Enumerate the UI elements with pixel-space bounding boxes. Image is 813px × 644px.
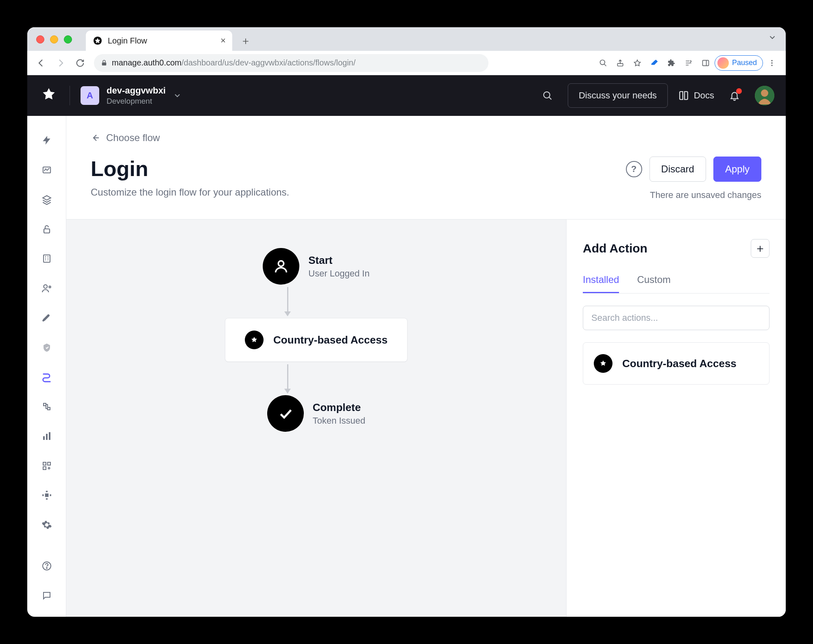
discard-button[interactable]: Discard (650, 157, 706, 182)
tenant-badge: A (81, 86, 99, 105)
svg-point-10 (771, 60, 772, 61)
nav-actions-icon[interactable] (37, 368, 57, 386)
browser-chrome: Login Flow × ＋ manage. (27, 27, 786, 75)
svg-rect-35 (42, 494, 44, 496)
work-area: Start User Logged In Country-based Acces… (66, 219, 786, 617)
arrow-left-icon (91, 133, 100, 143)
svg-point-40 (46, 568, 47, 568)
nav-back-icon[interactable] (33, 55, 49, 71)
nav-security-icon[interactable] (37, 338, 57, 357)
right-panel-title: Add Action (583, 242, 647, 255)
share-icon[interactable] (612, 55, 628, 71)
window-minimize-icon[interactable] (50, 35, 58, 44)
reload-icon[interactable] (72, 55, 88, 71)
url-path: /dashboard/us/dev-aggvwbxi/actions/flows… (181, 58, 355, 67)
url-text: manage.auth0.com/dashboard/us/dev-aggvwb… (112, 58, 355, 67)
search-actions-box[interactable] (583, 306, 769, 330)
breadcrumb-label: Choose flow (106, 132, 160, 144)
nav-feedback-icon[interactable] (37, 586, 57, 605)
profile-label: Paused (732, 59, 757, 67)
nav-users-icon[interactable] (37, 279, 57, 298)
profile-chip[interactable]: Paused (715, 55, 763, 71)
window-maximize-icon[interactable] (64, 35, 72, 44)
flow-action-card[interactable]: Country-based Access (225, 318, 408, 362)
nav-getting-started-icon[interactable] (37, 131, 57, 150)
search-actions-input[interactable] (591, 313, 761, 323)
svg-point-27 (49, 286, 50, 288)
tab-custom[interactable]: Custom (637, 274, 671, 293)
check-icon (267, 395, 304, 432)
user-icon (263, 248, 299, 285)
installed-action-card[interactable]: Country-based Access (583, 342, 769, 385)
window-close-icon[interactable] (36, 35, 44, 44)
chevron-down-icon (173, 91, 182, 100)
flow-connector (287, 287, 288, 315)
nav-monitoring-icon[interactable] (37, 427, 57, 446)
nav-forward-icon[interactable] (52, 55, 69, 71)
nav-settings-icon[interactable] (37, 516, 57, 534)
tenant-switcher[interactable]: A dev-aggvwbxi Development (81, 85, 182, 106)
svg-point-26 (44, 285, 47, 288)
nav-branding-icon[interactable] (37, 309, 57, 327)
nav-extensions-icon[interactable] (37, 486, 57, 505)
docs-link[interactable]: Docs (678, 90, 714, 101)
flow-canvas[interactable]: Start User Logged In Country-based Acces… (66, 220, 566, 617)
nav-organizations-icon[interactable] (37, 250, 57, 268)
nav-help-icon[interactable] (37, 557, 57, 575)
svg-rect-36 (50, 494, 51, 496)
back-breadcrumb[interactable]: Choose flow (91, 132, 761, 144)
extensions-icon[interactable] (663, 55, 680, 71)
tenant-env: Development (107, 97, 166, 106)
tenant-name: dev-aggvwbxi (107, 85, 166, 96)
tab-installed[interactable]: Installed (583, 274, 619, 293)
page-header: Choose flow Login Customize the login fl… (66, 116, 786, 219)
svg-point-12 (771, 65, 772, 66)
address-bar[interactable]: manage.auth0.com/dashboard/us/dev-aggvwb… (94, 54, 488, 72)
browser-toolbar: manage.auth0.com/dashboard/us/dev-aggvwb… (27, 51, 786, 75)
complete-subtitle: Token Issued (313, 416, 366, 426)
browser-tab[interactable]: Login Flow × (86, 30, 232, 51)
side-panel-icon[interactable] (697, 55, 714, 71)
discuss-needs-button[interactable]: Discuss your needs (568, 83, 668, 108)
header-search-icon[interactable] (538, 86, 557, 105)
page-title: Login (91, 157, 289, 181)
star-icon[interactable] (629, 55, 645, 71)
installed-action-label: Country-based Access (622, 357, 737, 370)
add-action-button[interactable]: ＋ (751, 239, 769, 258)
svg-rect-37 (46, 491, 47, 492)
reading-list-icon[interactable] (680, 55, 697, 71)
tab-close-icon[interactable]: × (220, 35, 226, 46)
zoom-icon[interactable] (595, 55, 611, 71)
auth0-badge-icon (594, 354, 612, 373)
app-body: Choose flow Login Customize the login fl… (27, 116, 786, 617)
flow-complete-node: Complete Token Issued (267, 395, 366, 432)
flow-connector (287, 364, 288, 393)
nav-applications-icon[interactable] (37, 191, 57, 209)
svg-point-11 (771, 62, 772, 63)
window-controls (36, 35, 72, 44)
complete-title: Complete (313, 401, 366, 414)
kebab-menu-icon[interactable] (764, 55, 780, 71)
nav-activity-icon[interactable] (37, 161, 57, 179)
nav-authentication-icon[interactable] (37, 220, 57, 238)
start-subtitle: User Logged In (308, 268, 369, 279)
main-area: Choose flow Login Customize the login fl… (66, 116, 786, 617)
user-avatar[interactable] (755, 86, 774, 105)
new-tab-button[interactable]: ＋ (237, 32, 254, 49)
tabstrip-expand-icon[interactable] (768, 33, 777, 42)
nav-marketplace-icon[interactable] (37, 457, 57, 475)
browser-window: Login Flow × ＋ manage. (27, 27, 786, 617)
notifications-icon[interactable] (725, 86, 744, 105)
svg-rect-32 (48, 462, 50, 465)
svg-line-14 (549, 97, 551, 99)
eraser-icon[interactable] (646, 55, 663, 71)
svg-rect-33 (43, 467, 46, 470)
apply-button[interactable]: Apply (713, 157, 761, 182)
unsaved-text: There are unsaved changes (650, 190, 761, 200)
svg-point-2 (600, 60, 605, 65)
svg-point-42 (279, 261, 284, 266)
flow-start-node: Start User Logged In (263, 248, 369, 285)
help-icon[interactable]: ? (626, 161, 642, 177)
nav-pipelines-icon[interactable] (37, 398, 57, 416)
auth0-logo-icon[interactable] (39, 85, 59, 106)
